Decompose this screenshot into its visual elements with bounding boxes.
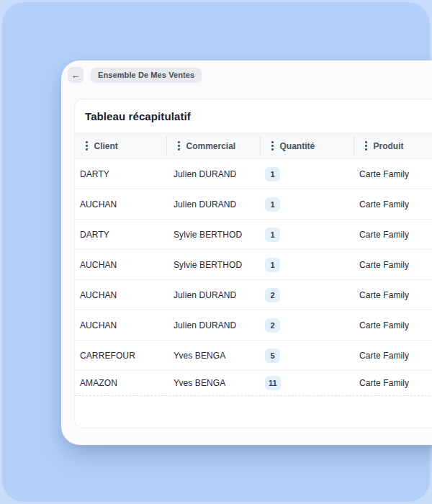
- quantity-badge: 1: [265, 228, 280, 242]
- cell-commercial: Yves BENGA: [166, 378, 260, 388]
- quantity-badge: 1: [265, 167, 280, 181]
- cell-commercial: Yves BENGA: [166, 351, 260, 361]
- cell-commercial: Julien DURAND: [166, 320, 260, 330]
- column-header-produit[interactable]: Produit: [354, 133, 432, 158]
- quantity-badge: 2: [265, 318, 280, 333]
- table-row[interactable]: AUCHAN Julien DURAND 1 Carte Family: [75, 189, 432, 220]
- cell-produit: Carte Family: [354, 230, 432, 240]
- cell-commercial: Sylvie BERTHOD: [166, 230, 260, 240]
- kebab-icon[interactable]: [178, 141, 180, 150]
- column-label: Client: [94, 141, 118, 151]
- cell-quantite: 1: [260, 167, 354, 181]
- kebab-icon[interactable]: [365, 141, 367, 150]
- cell-commercial: Sylvie BERTHOD: [166, 260, 260, 270]
- quantity-badge: 5: [265, 348, 280, 363]
- back-arrow-icon: ←: [71, 70, 81, 81]
- kebab-icon[interactable]: [86, 141, 88, 150]
- column-label: Commercial: [186, 141, 236, 151]
- cell-quantite: 1: [260, 197, 354, 212]
- cell-client: DARTY: [75, 169, 166, 179]
- topbar: ← Ensemble De Mes Ventes: [61, 60, 432, 83]
- quantity-badge: 1: [265, 258, 280, 272]
- table-row[interactable]: AUCHAN Julien DURAND 2 Carte Family: [75, 310, 432, 341]
- column-header-client[interactable]: Client: [75, 133, 166, 158]
- cell-client: AUCHAN: [75, 290, 166, 300]
- cell-produit: Carte Family: [354, 378, 432, 388]
- summary-card: Tableau récapitulatif Client Commercial …: [74, 99, 432, 428]
- table-body: DARTY Julien DURAND 1 Carte Family AUCHA…: [75, 159, 432, 396]
- breadcrumb[interactable]: Ensemble De Mes Ventes: [91, 68, 202, 83]
- table-header: Client Commercial Quantité Produit: [75, 132, 432, 159]
- cell-produit: Carte Family: [354, 199, 432, 210]
- page-title: Tableau récapitulatif: [75, 99, 432, 132]
- cell-commercial: Julien DURAND: [166, 169, 260, 179]
- cell-client: AUCHAN: [75, 320, 166, 330]
- quantity-badge: 1: [265, 197, 280, 212]
- cell-client: AMAZON: [75, 378, 166, 388]
- column-header-quantite[interactable]: Quantité: [260, 133, 354, 158]
- app-window: ← Ensemble De Mes Ventes Tableau récapit…: [61, 60, 432, 445]
- cell-quantite: 11: [260, 376, 354, 390]
- quantity-badge: 2: [265, 288, 280, 302]
- column-header-commercial[interactable]: Commercial: [166, 133, 260, 158]
- cell-quantite: 1: [260, 258, 354, 272]
- column-label: Quantité: [280, 141, 315, 151]
- cell-client: DARTY: [75, 230, 166, 240]
- table-row[interactable]: AUCHAN Julien DURAND 2 Carte Family: [75, 280, 432, 310]
- table-row[interactable]: AMAZON Yves BENGA 11 Carte Family: [75, 371, 432, 396]
- cell-quantite: 2: [260, 288, 354, 302]
- cell-quantite: 5: [260, 348, 354, 363]
- cell-produit: Carte Family: [354, 351, 432, 361]
- cell-quantite: 1: [260, 228, 354, 242]
- kebab-icon[interactable]: [271, 141, 274, 150]
- cell-commercial: Julien DURAND: [166, 290, 260, 300]
- cell-commercial: Julien DURAND: [166, 199, 260, 210]
- cell-produit: Carte Family: [354, 290, 432, 300]
- table-row[interactable]: CARREFOUR Yves BENGA 5 Carte Family: [75, 341, 432, 371]
- table-row[interactable]: DARTY Sylvie BERTHOD 1 Carte Family: [75, 220, 432, 250]
- cell-client: AUCHAN: [75, 199, 166, 210]
- cell-client: CARREFOUR: [75, 351, 166, 361]
- table-row[interactable]: DARTY Julien DURAND 1 Carte Family: [75, 159, 432, 189]
- cell-produit: Carte Family: [354, 260, 432, 270]
- cell-quantite: 2: [260, 318, 354, 333]
- table-row[interactable]: AUCHAN Sylvie BERTHOD 1 Carte Family: [75, 250, 432, 280]
- cell-produit: Carte Family: [354, 169, 432, 179]
- column-label: Produit: [374, 141, 404, 151]
- breadcrumb-label: Ensemble De Mes Ventes: [98, 71, 194, 79]
- cell-client: AUCHAN: [75, 260, 166, 270]
- quantity-badge: 11: [265, 376, 281, 390]
- back-button[interactable]: ←: [68, 67, 84, 83]
- cell-produit: Carte Family: [354, 320, 432, 330]
